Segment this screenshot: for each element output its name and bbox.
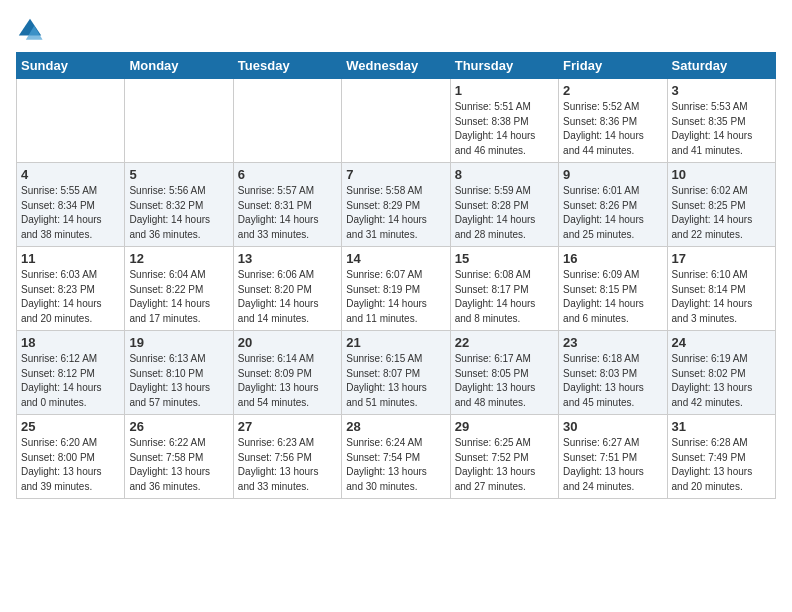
day-info: Sunrise: 6:20 AM Sunset: 8:00 PM Dayligh… (21, 436, 120, 494)
day-info: Sunrise: 6:06 AM Sunset: 8:20 PM Dayligh… (238, 268, 337, 326)
calendar-cell: 7Sunrise: 5:58 AM Sunset: 8:29 PM Daylig… (342, 163, 450, 247)
day-number: 23 (563, 335, 662, 350)
day-info: Sunrise: 6:09 AM Sunset: 8:15 PM Dayligh… (563, 268, 662, 326)
day-info: Sunrise: 6:13 AM Sunset: 8:10 PM Dayligh… (129, 352, 228, 410)
col-header-monday: Monday (125, 53, 233, 79)
day-info: Sunrise: 6:25 AM Sunset: 7:52 PM Dayligh… (455, 436, 554, 494)
calendar-cell: 28Sunrise: 6:24 AM Sunset: 7:54 PM Dayli… (342, 415, 450, 499)
day-info: Sunrise: 6:17 AM Sunset: 8:05 PM Dayligh… (455, 352, 554, 410)
calendar-cell: 3Sunrise: 5:53 AM Sunset: 8:35 PM Daylig… (667, 79, 775, 163)
day-number: 14 (346, 251, 445, 266)
day-number: 3 (672, 83, 771, 98)
col-header-tuesday: Tuesday (233, 53, 341, 79)
calendar-cell: 14Sunrise: 6:07 AM Sunset: 8:19 PM Dayli… (342, 247, 450, 331)
col-header-thursday: Thursday (450, 53, 558, 79)
day-info: Sunrise: 6:08 AM Sunset: 8:17 PM Dayligh… (455, 268, 554, 326)
day-number: 5 (129, 167, 228, 182)
day-number: 25 (21, 419, 120, 434)
week-row-3: 18Sunrise: 6:12 AM Sunset: 8:12 PM Dayli… (17, 331, 776, 415)
day-number: 9 (563, 167, 662, 182)
col-header-wednesday: Wednesday (342, 53, 450, 79)
day-info: Sunrise: 6:23 AM Sunset: 7:56 PM Dayligh… (238, 436, 337, 494)
calendar-cell (125, 79, 233, 163)
calendar-cell: 9Sunrise: 6:01 AM Sunset: 8:26 PM Daylig… (559, 163, 667, 247)
day-info: Sunrise: 6:24 AM Sunset: 7:54 PM Dayligh… (346, 436, 445, 494)
calendar-cell: 30Sunrise: 6:27 AM Sunset: 7:51 PM Dayli… (559, 415, 667, 499)
calendar-cell: 13Sunrise: 6:06 AM Sunset: 8:20 PM Dayli… (233, 247, 341, 331)
day-info: Sunrise: 6:18 AM Sunset: 8:03 PM Dayligh… (563, 352, 662, 410)
calendar-cell: 22Sunrise: 6:17 AM Sunset: 8:05 PM Dayli… (450, 331, 558, 415)
week-row-0: 1Sunrise: 5:51 AM Sunset: 8:38 PM Daylig… (17, 79, 776, 163)
calendar-cell: 15Sunrise: 6:08 AM Sunset: 8:17 PM Dayli… (450, 247, 558, 331)
calendar-cell: 23Sunrise: 6:18 AM Sunset: 8:03 PM Dayli… (559, 331, 667, 415)
day-info: Sunrise: 5:57 AM Sunset: 8:31 PM Dayligh… (238, 184, 337, 242)
day-number: 7 (346, 167, 445, 182)
day-number: 4 (21, 167, 120, 182)
day-number: 22 (455, 335, 554, 350)
day-number: 8 (455, 167, 554, 182)
day-number: 10 (672, 167, 771, 182)
day-number: 31 (672, 419, 771, 434)
day-info: Sunrise: 6:19 AM Sunset: 8:02 PM Dayligh… (672, 352, 771, 410)
day-number: 2 (563, 83, 662, 98)
day-number: 13 (238, 251, 337, 266)
day-info: Sunrise: 5:55 AM Sunset: 8:34 PM Dayligh… (21, 184, 120, 242)
calendar-cell: 20Sunrise: 6:14 AM Sunset: 8:09 PM Dayli… (233, 331, 341, 415)
day-info: Sunrise: 5:51 AM Sunset: 8:38 PM Dayligh… (455, 100, 554, 158)
col-header-friday: Friday (559, 53, 667, 79)
calendar-cell: 8Sunrise: 5:59 AM Sunset: 8:28 PM Daylig… (450, 163, 558, 247)
calendar-cell: 2Sunrise: 5:52 AM Sunset: 8:36 PM Daylig… (559, 79, 667, 163)
day-number: 26 (129, 419, 228, 434)
day-info: Sunrise: 6:10 AM Sunset: 8:14 PM Dayligh… (672, 268, 771, 326)
calendar-cell: 12Sunrise: 6:04 AM Sunset: 8:22 PM Dayli… (125, 247, 233, 331)
calendar-cell: 21Sunrise: 6:15 AM Sunset: 8:07 PM Dayli… (342, 331, 450, 415)
calendar-cell: 16Sunrise: 6:09 AM Sunset: 8:15 PM Dayli… (559, 247, 667, 331)
day-info: Sunrise: 6:28 AM Sunset: 7:49 PM Dayligh… (672, 436, 771, 494)
calendar-cell: 1Sunrise: 5:51 AM Sunset: 8:38 PM Daylig… (450, 79, 558, 163)
calendar-cell (17, 79, 125, 163)
day-info: Sunrise: 6:01 AM Sunset: 8:26 PM Dayligh… (563, 184, 662, 242)
calendar-cell: 19Sunrise: 6:13 AM Sunset: 8:10 PM Dayli… (125, 331, 233, 415)
calendar-cell: 26Sunrise: 6:22 AM Sunset: 7:58 PM Dayli… (125, 415, 233, 499)
day-number: 24 (672, 335, 771, 350)
day-number: 15 (455, 251, 554, 266)
week-row-2: 11Sunrise: 6:03 AM Sunset: 8:23 PM Dayli… (17, 247, 776, 331)
day-info: Sunrise: 5:53 AM Sunset: 8:35 PM Dayligh… (672, 100, 771, 158)
day-number: 16 (563, 251, 662, 266)
day-info: Sunrise: 6:03 AM Sunset: 8:23 PM Dayligh… (21, 268, 120, 326)
day-number: 20 (238, 335, 337, 350)
day-info: Sunrise: 6:15 AM Sunset: 8:07 PM Dayligh… (346, 352, 445, 410)
logo (16, 16, 48, 44)
calendar-cell: 10Sunrise: 6:02 AM Sunset: 8:25 PM Dayli… (667, 163, 775, 247)
day-number: 19 (129, 335, 228, 350)
col-header-sunday: Sunday (17, 53, 125, 79)
calendar-cell: 29Sunrise: 6:25 AM Sunset: 7:52 PM Dayli… (450, 415, 558, 499)
calendar-header-row: SundayMondayTuesdayWednesdayThursdayFrid… (17, 53, 776, 79)
calendar-cell: 11Sunrise: 6:03 AM Sunset: 8:23 PM Dayli… (17, 247, 125, 331)
calendar-cell: 17Sunrise: 6:10 AM Sunset: 8:14 PM Dayli… (667, 247, 775, 331)
calendar-cell: 31Sunrise: 6:28 AM Sunset: 7:49 PM Dayli… (667, 415, 775, 499)
day-info: Sunrise: 6:07 AM Sunset: 8:19 PM Dayligh… (346, 268, 445, 326)
day-number: 6 (238, 167, 337, 182)
col-header-saturday: Saturday (667, 53, 775, 79)
day-number: 28 (346, 419, 445, 434)
calendar-cell (342, 79, 450, 163)
day-info: Sunrise: 6:02 AM Sunset: 8:25 PM Dayligh… (672, 184, 771, 242)
day-number: 27 (238, 419, 337, 434)
day-info: Sunrise: 6:04 AM Sunset: 8:22 PM Dayligh… (129, 268, 228, 326)
calendar-cell: 24Sunrise: 6:19 AM Sunset: 8:02 PM Dayli… (667, 331, 775, 415)
day-number: 17 (672, 251, 771, 266)
day-number: 21 (346, 335, 445, 350)
day-info: Sunrise: 5:56 AM Sunset: 8:32 PM Dayligh… (129, 184, 228, 242)
calendar-cell: 5Sunrise: 5:56 AM Sunset: 8:32 PM Daylig… (125, 163, 233, 247)
calendar-cell: 18Sunrise: 6:12 AM Sunset: 8:12 PM Dayli… (17, 331, 125, 415)
calendar-cell: 4Sunrise: 5:55 AM Sunset: 8:34 PM Daylig… (17, 163, 125, 247)
day-info: Sunrise: 6:22 AM Sunset: 7:58 PM Dayligh… (129, 436, 228, 494)
page-header (16, 16, 776, 44)
week-row-1: 4Sunrise: 5:55 AM Sunset: 8:34 PM Daylig… (17, 163, 776, 247)
day-info: Sunrise: 6:12 AM Sunset: 8:12 PM Dayligh… (21, 352, 120, 410)
day-info: Sunrise: 5:58 AM Sunset: 8:29 PM Dayligh… (346, 184, 445, 242)
day-info: Sunrise: 5:52 AM Sunset: 8:36 PM Dayligh… (563, 100, 662, 158)
calendar-table: SundayMondayTuesdayWednesdayThursdayFrid… (16, 52, 776, 499)
day-info: Sunrise: 5:59 AM Sunset: 8:28 PM Dayligh… (455, 184, 554, 242)
